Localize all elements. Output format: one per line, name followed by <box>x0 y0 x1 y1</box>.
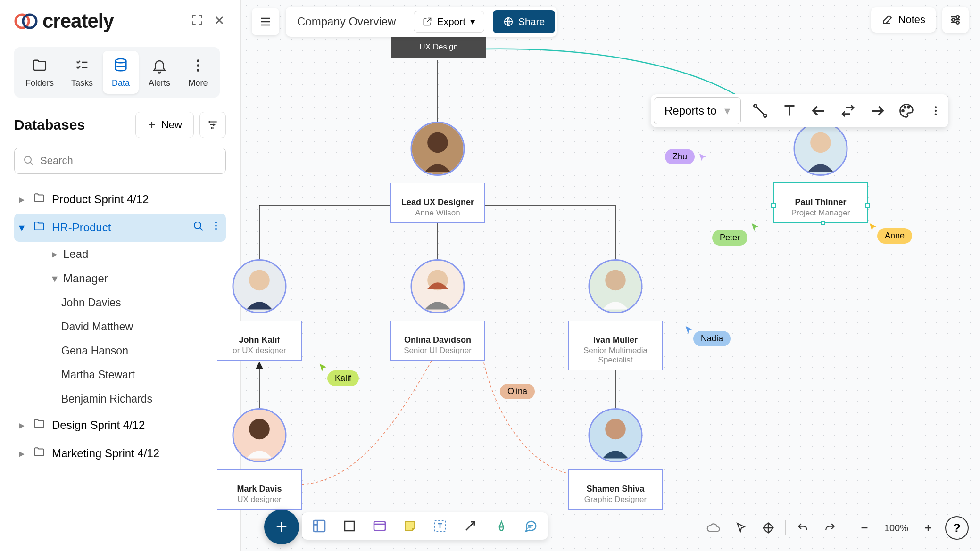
svg-point-16 <box>249 270 270 291</box>
view-toolbar: 100% ? <box>703 516 969 540</box>
avatar <box>794 122 848 176</box>
pen-icon[interactable] <box>491 517 509 535</box>
svg-point-29 <box>754 105 756 107</box>
tree-leaf[interactable]: David Matthew <box>33 315 226 339</box>
tree-search-icon[interactable] <box>193 221 204 235</box>
database-tree: ▸ Product Sprint 4/12 ▾ HR-Product ▸Lead… <box>14 185 226 468</box>
tab-data[interactable]: Data <box>103 51 139 94</box>
text-tool-icon[interactable] <box>431 517 449 535</box>
tab-more[interactable]: More <box>180 51 216 94</box>
canvas[interactable]: UX Design Lead UX Designer Anne Wilson P… <box>241 0 980 551</box>
bell-icon <box>150 57 168 74</box>
svg-point-14 <box>810 132 831 153</box>
sticky-note-icon[interactable] <box>401 517 419 535</box>
tree-leaf[interactable]: Martha Stewart <box>33 363 226 387</box>
sidebar-tabs: Folders Tasks Data Alerts More <box>14 47 220 98</box>
node-onlina-davidson[interactable]: Onlina Davidson Senior UI Designer <box>390 321 485 361</box>
palette-icon[interactable] <box>897 101 916 121</box>
databases-title: Databases <box>14 117 85 133</box>
tree-group-manager[interactable]: ▾Manager <box>33 266 226 291</box>
avatar <box>411 122 465 176</box>
card-icon[interactable] <box>371 517 389 535</box>
rectangle-icon[interactable] <box>341 517 358 535</box>
undo-icon[interactable] <box>792 518 813 538</box>
help-button[interactable]: ? <box>945 516 969 540</box>
arrow-tool-icon[interactable] <box>461 517 479 535</box>
new-button[interactable]: New <box>135 112 194 138</box>
svg-point-35 <box>935 110 937 112</box>
settings-button[interactable] <box>942 7 969 33</box>
share-button[interactable]: Share <box>493 10 555 33</box>
folder-icon <box>31 57 49 74</box>
relation-select[interactable]: Reports to ▾ <box>654 97 741 124</box>
node-mark-davis[interactable]: Mark Davis UX designer <box>217 469 302 510</box>
node-ivan-muller[interactable]: Ivan Muller Senior Multimedia Specialist <box>568 321 663 370</box>
svg-rect-37 <box>314 520 325 532</box>
avatar <box>589 408 643 462</box>
zoom-out-icon[interactable] <box>854 518 875 538</box>
node-shamen-shiva[interactable]: Shamen Shiva Graphic Designer <box>568 469 663 510</box>
zoom-level[interactable]: 100% <box>881 523 911 534</box>
line-toolbar: Reports to ▾ <box>651 94 948 127</box>
pointer-icon[interactable] <box>731 518 751 538</box>
shape-toolbar <box>302 512 548 540</box>
line-icon[interactable] <box>750 101 770 121</box>
tree-item-hr-product[interactable]: ▾ HR-Product <box>14 214 226 242</box>
more-icon[interactable] <box>926 101 946 121</box>
redo-icon[interactable] <box>820 518 840 538</box>
node-paul-thinner[interactable]: Paul Thinner Project Manager <box>773 183 868 223</box>
comment-icon[interactable] <box>522 517 540 535</box>
search-input[interactable] <box>14 148 226 174</box>
doc-title[interactable]: Company Overview <box>288 15 405 28</box>
svg-point-6 <box>25 156 31 163</box>
tree-item-product-sprint[interactable]: ▸ Product Sprint 4/12 <box>14 185 226 214</box>
notes-button[interactable]: Notes <box>871 7 936 33</box>
svg-point-33 <box>907 107 909 108</box>
zoom-in-icon[interactable] <box>918 518 938 538</box>
close-icon[interactable] <box>213 14 226 29</box>
export-button[interactable]: Export ▾ <box>414 11 484 33</box>
svg-point-3 <box>197 59 199 62</box>
layout-icon[interactable] <box>310 517 328 535</box>
tree-leaf[interactable]: John Davies <box>33 291 226 315</box>
svg-point-36 <box>935 113 937 115</box>
edit-icon <box>881 14 893 25</box>
swap-icon[interactable] <box>838 101 858 121</box>
fullscreen-icon[interactable] <box>191 14 203 29</box>
sidebar: creately Folders Tasks Data Alerts More <box>0 0 241 551</box>
arrow-left-icon[interactable] <box>809 101 829 121</box>
tab-alerts[interactable]: Alerts <box>141 51 178 94</box>
svg-point-7 <box>194 222 201 229</box>
hamburger-menu[interactable] <box>252 8 279 35</box>
text-icon[interactable] <box>780 101 799 121</box>
pan-icon[interactable] <box>758 518 779 538</box>
tab-tasks[interactable]: Tasks <box>64 51 100 94</box>
cursor-peter: Peter <box>712 230 747 246</box>
svg-point-20 <box>605 270 626 291</box>
svg-point-10 <box>215 228 217 230</box>
svg-point-24 <box>605 419 626 440</box>
title-card: Company Overview Export ▾ Share <box>286 7 557 37</box>
arrow-right-icon[interactable] <box>867 101 887 121</box>
node-john-kalif[interactable]: John Kalif or UX designer <box>217 321 302 361</box>
cursor-olina: Olina <box>500 384 535 399</box>
cursor-nadia: Nadia <box>693 331 731 346</box>
cursor-anne: Anne <box>877 228 912 244</box>
svg-point-4 <box>197 64 199 67</box>
tree-more-icon[interactable] <box>211 221 221 235</box>
add-shape-fab[interactable]: + <box>264 510 299 544</box>
tree-group-lead[interactable]: ▸Lead <box>33 242 226 266</box>
tree-leaf[interactable]: Gena Hanson <box>33 339 226 363</box>
tree-item-design-sprint[interactable]: ▸ Design Sprint 4/12 <box>14 411 226 439</box>
tree-leaf[interactable]: Benjamin Richards <box>33 387 226 411</box>
cloud-sync-icon[interactable] <box>703 518 724 538</box>
svg-point-27 <box>952 18 955 21</box>
node-anne-wilson[interactable]: Lead UX Designer Anne Wilson <box>390 183 485 223</box>
brand-logo[interactable]: creately <box>14 9 114 33</box>
filter-button[interactable] <box>199 112 226 138</box>
avatar <box>233 408 287 462</box>
svg-point-2 <box>116 59 126 63</box>
tab-folders[interactable]: Folders <box>18 51 61 94</box>
tree-item-marketing-sprint[interactable]: ▸ Marketing Sprint 4/12 <box>14 439 226 468</box>
avatar <box>411 259 465 313</box>
